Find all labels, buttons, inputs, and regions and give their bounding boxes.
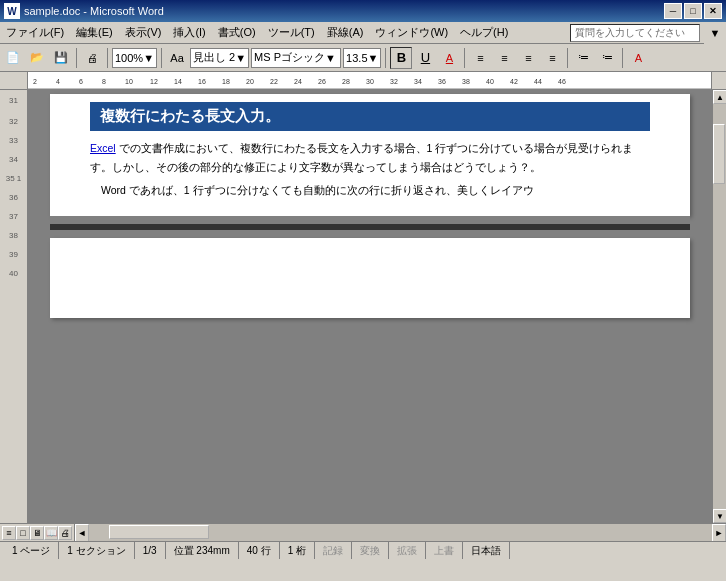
menu-help[interactable]: ヘルプ(H) (454, 22, 514, 43)
scroll-track[interactable] (713, 104, 726, 509)
svg-text:30: 30 (366, 78, 374, 85)
menu-edit[interactable]: 編集(E) (70, 22, 119, 43)
sep1 (76, 48, 77, 68)
menu-tools[interactable]: ツール(T) (262, 22, 321, 43)
status-rec: 記録 (315, 542, 352, 559)
bold-button[interactable]: B (390, 47, 412, 69)
align-left-button[interactable]: ≡ (469, 47, 491, 69)
ruler-main: 2 4 6 8 10 12 14 16 18 20 22 24 26 28 30… (28, 72, 712, 89)
status-bar: 1 ページ 1 セクション 1/3 位置 234mm 40 行 1 桁 記録 変… (0, 541, 726, 559)
size-value: 13.5 (346, 52, 367, 64)
document-heading: 複数行にわたる長文入力。 (90, 102, 650, 131)
status-row: 40 行 (239, 542, 280, 559)
svg-text:46: 46 (558, 78, 566, 85)
menu-bar: ファイル(F) 編集(E) 表示(V) 挿入(I) 書式(O) ツール(T) 罫… (0, 22, 726, 44)
svg-text:4: 4 (56, 78, 60, 85)
svg-text:2: 2 (33, 78, 37, 85)
font-color-button[interactable]: A (438, 47, 460, 69)
line-margin: 31 32 33 34 35 1 36 37 38 39 40 (0, 90, 28, 523)
menu-view[interactable]: 表示(V) (119, 22, 168, 43)
svg-text:12: 12 (150, 78, 158, 85)
outline-view-button[interactable]: □ (16, 526, 30, 540)
print-button[interactable]: 🖨 (81, 47, 103, 69)
align-justify-button[interactable]: ≡ (541, 47, 563, 69)
search-box[interactable]: 質問を入力してください (570, 24, 700, 42)
menu-file[interactable]: ファイル(F) (0, 22, 70, 43)
title-bar: W sample.doc - Microsoft Word ─ □ ✕ (0, 0, 726, 22)
font-value: MS Pゴシック (254, 50, 325, 65)
status-overwrite: 上書 (426, 542, 463, 559)
status-extend: 拡張 (389, 542, 426, 559)
svg-text:32: 32 (390, 78, 398, 85)
svg-text:26: 26 (318, 78, 326, 85)
sep4 (385, 48, 386, 68)
size-dropdown[interactable]: 13.5▼ (343, 48, 381, 68)
status-col: 1 桁 (280, 542, 315, 559)
align-center-button[interactable]: ≡ (493, 47, 515, 69)
view-buttons: ≡ □ 🖥 📖 🖨 (0, 524, 75, 541)
menu-insert[interactable]: 挿入(I) (167, 22, 211, 43)
scroll-right-button[interactable]: ► (712, 524, 726, 542)
document-area: 複数行にわたる長文入力。 Excel での文書作成において、複数行にわたる長文を… (28, 90, 712, 523)
bottom-bars: ≡ □ 🖥 📖 🖨 ◄ ► 1 ページ 1 セクション 1/3 位置 234mm… (0, 523, 726, 559)
underline-button[interactable]: U (414, 47, 436, 69)
ruler-right (712, 72, 726, 89)
svg-text:36: 36 (438, 78, 446, 85)
align-right-button[interactable]: ≡ (517, 47, 539, 69)
document-paragraph2: Word であれば、1 行ずつに分けなくても自動的に次の行に折り返され、美しくレ… (90, 181, 650, 200)
svg-text:40: 40 (486, 78, 494, 85)
h-scroll-thumb[interactable] (109, 525, 209, 539)
svg-text:28: 28 (342, 78, 350, 85)
h-scroll-track[interactable] (89, 524, 712, 541)
menu-table[interactable]: 罫線(A) (321, 22, 370, 43)
scroll-thumb[interactable] (713, 124, 725, 184)
highlight-button[interactable]: A (627, 47, 649, 69)
svg-text:24: 24 (294, 78, 302, 85)
status-change: 変換 (352, 542, 389, 559)
sep5 (464, 48, 465, 68)
save-button[interactable]: 💾 (50, 47, 72, 69)
svg-text:16: 16 (198, 78, 206, 85)
menu-window[interactable]: ウィンドウ(W) (369, 22, 454, 43)
open-button[interactable]: 📂 (26, 47, 48, 69)
app-icon: W (4, 3, 20, 19)
document-paragraph1: Excel での文書作成において、複数行にわたる長文を入力する場合、1 行ずつに… (90, 139, 650, 177)
scroll-up-button[interactable]: ▲ (713, 90, 726, 104)
svg-text:14: 14 (174, 78, 182, 85)
svg-text:34: 34 (414, 78, 422, 85)
style-value: 見出し 2 (193, 50, 235, 65)
sep6 (567, 48, 568, 68)
bullets-button[interactable]: ≔ (596, 47, 618, 69)
svg-text:6: 6 (79, 78, 83, 85)
sep7 (622, 48, 623, 68)
web-view-button[interactable]: 🖥 (30, 526, 44, 540)
search-placeholder: 質問を入力してください (575, 26, 685, 40)
scroll-down-button[interactable]: ▼ (713, 509, 726, 523)
print-view-button[interactable]: 🖨 (58, 526, 72, 540)
maximize-button[interactable]: □ (684, 3, 702, 19)
minimize-button[interactable]: ─ (664, 3, 682, 19)
close-button[interactable]: ✕ (704, 3, 722, 19)
svg-text:18: 18 (222, 78, 230, 85)
document-page2 (50, 238, 690, 318)
svg-text:42: 42 (510, 78, 518, 85)
zoom-dropdown[interactable]: 100%▼ (112, 48, 157, 68)
toolbar: 📄 📂 💾 🖨 100%▼ Aа 見出し 2▼ MS Pゴシック▼ 13.5▼ … (0, 44, 726, 72)
svg-text:22: 22 (270, 78, 278, 85)
font-dropdown[interactable]: MS Pゴシック▼ (251, 48, 341, 68)
reading-view-button[interactable]: 📖 (44, 526, 58, 540)
normal-view-button[interactable]: ≡ (2, 526, 16, 540)
new-button[interactable]: 📄 (2, 47, 24, 69)
vertical-scrollbar[interactable]: ▲ ▼ (712, 90, 726, 523)
svg-text:20: 20 (246, 78, 254, 85)
numbering-button[interactable]: ≔ (572, 47, 594, 69)
sep3 (161, 48, 162, 68)
scroll-left-button[interactable]: ◄ (75, 524, 89, 542)
h-scrollbar-area: ≡ □ 🖥 📖 🖨 ◄ ► (0, 523, 726, 541)
style-dropdown[interactable]: 見出し 2▼ (190, 48, 249, 68)
status-position: 位置 234mm (166, 542, 239, 559)
status-pages: 1/3 (135, 542, 166, 559)
menu-format[interactable]: 書式(O) (212, 22, 262, 43)
search-arrow[interactable]: ▼ (704, 22, 726, 44)
zoom-value: 100% (115, 52, 143, 64)
